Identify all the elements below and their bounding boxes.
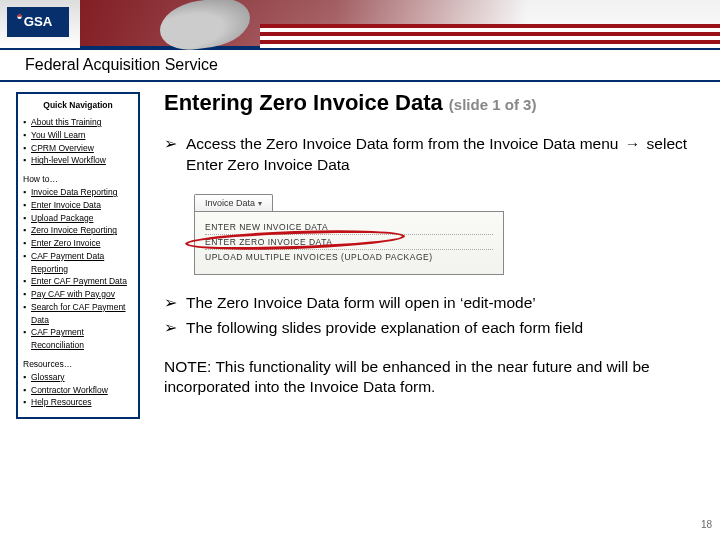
screenshot-tab: Invoice Data▾ (194, 194, 273, 211)
nav-link-contractor[interactable]: Contractor Workflow (31, 384, 108, 397)
right-arrow-icon: → (625, 134, 641, 155)
sidebar-item: ▪Help Resources (23, 396, 133, 409)
gsa-logo-svg: GSA (16, 13, 60, 31)
bullets-top: ➢ Access the Zero Invoice Data form from… (164, 134, 708, 176)
sidebar-item: ▪Contractor Workflow (23, 384, 133, 397)
bullet-arrow-icon: ➢ (164, 318, 186, 339)
sidebar-item: ▪CAF Payment Reconciliation (23, 326, 133, 352)
nav-link-learn[interactable]: You Will Learn (31, 129, 86, 142)
sidebar-item: ▪Enter Invoice Data (23, 199, 133, 212)
menu-screenshot: Invoice Data▾ Enter New Invoice Data Ent… (194, 192, 504, 275)
quick-nav-sidebar: Quick Navigation ▪About this Training ▪Y… (16, 92, 140, 419)
flag-image (80, 0, 720, 48)
nav-link-help[interactable]: Help Resources (31, 396, 91, 409)
banner: GSA (0, 0, 720, 48)
main-content: Entering Zero Invoice Data (slide 1 of 3… (140, 92, 720, 419)
sidebar-item: ▪Zero Invoice Reporting (23, 224, 133, 237)
sidebar-item: ▪You Will Learn (23, 129, 133, 142)
sidebar-top-list: ▪About this Training ▪You Will Learn ▪CP… (23, 116, 133, 167)
bullet-arrow-icon: ➢ (164, 293, 186, 314)
sidebar-item: ▪Pay CAF with Pay.gov (23, 288, 133, 301)
sidebar-howto-list: ▪Invoice Data Reporting ▪Enter Invoice D… (23, 186, 133, 352)
sidebar-title: Quick Navigation (23, 100, 133, 110)
note-text: NOTE: This functionality will be enhance… (164, 357, 708, 397)
bullet-item: ➢ Access the Zero Invoice Data form from… (164, 134, 708, 176)
sidebar-item: ▪Enter CAF Payment Data (23, 275, 133, 288)
slide-title-text: Entering Zero Invoice Data (164, 90, 443, 115)
screenshot-item: Upload Multiple Invoices (Upload Package… (205, 250, 493, 264)
bullet-arrow-icon: ➢ (164, 134, 186, 176)
sidebar-item: ▪High-level Workflow (23, 154, 133, 167)
nav-link-zero-report[interactable]: Zero Invoice Reporting (31, 224, 117, 237)
slide-title: Entering Zero Invoice Data (slide 1 of 3… (164, 90, 708, 116)
nav-link-enter-caf[interactable]: Enter CAF Payment Data (31, 275, 127, 288)
bullet-item: ➢ The following slides provide explanati… (164, 318, 708, 339)
sidebar-item: ▪CPRM Overview (23, 142, 133, 155)
nav-link-search-caf[interactable]: Search for CAF Payment Data (31, 301, 133, 327)
nav-link-paygov[interactable]: Pay CAF with Pay.gov (31, 288, 115, 301)
nav-link-caf-report[interactable]: CAF Payment Data Reporting (31, 250, 133, 276)
bullet-text: The Zero Invoice Data form will open in … (186, 293, 708, 314)
sidebar-item: ▪Enter Zero Invoice (23, 237, 133, 250)
header-bar: Federal Acquisition Service (0, 48, 720, 82)
screenshot-dropdown: Enter New Invoice Data Enter Zero Invoic… (194, 211, 504, 275)
sidebar-item: ▪CAF Payment Data Reporting (23, 250, 133, 276)
sidebar-item: ▪Invoice Data Reporting (23, 186, 133, 199)
screenshot-tab-label: Invoice Data (205, 198, 255, 208)
service-title: Federal Acquisition Service (25, 56, 218, 74)
page-number: 18 (701, 519, 712, 530)
bullets-bottom: ➢ The Zero Invoice Data form will open i… (164, 293, 708, 339)
screenshot-item-highlighted: Enter Zero Invoice Data (205, 235, 493, 250)
nav-link-recon[interactable]: CAF Payment Reconciliation (31, 326, 133, 352)
dropdown-icon: ▾ (258, 199, 262, 208)
bullet-item: ➢ The Zero Invoice Data form will open i… (164, 293, 708, 314)
bullet-text: Access the Zero Invoice Data form from t… (186, 134, 708, 176)
gsa-logo: GSA (7, 7, 69, 37)
sidebar-item: ▪Search for CAF Payment Data (23, 301, 133, 327)
sidebar-item: ▪Glossary (23, 371, 133, 384)
svg-text:GSA: GSA (24, 14, 53, 29)
nav-link-glossary[interactable]: Glossary (31, 371, 65, 384)
bullet-text: The following slides provide explanation… (186, 318, 708, 339)
nav-link-invoice-report[interactable]: Invoice Data Reporting (31, 186, 117, 199)
resources-label: Resources… (23, 359, 133, 369)
slide-subtitle: (slide 1 of 3) (449, 96, 537, 113)
nav-link-overview[interactable]: CPRM Overview (31, 142, 94, 155)
nav-link-enter-zero[interactable]: Enter Zero Invoice (31, 237, 100, 250)
sidebar-item: ▪About this Training (23, 116, 133, 129)
nav-link-enter-invoice[interactable]: Enter Invoice Data (31, 199, 101, 212)
sidebar-item: ▪Upload Package (23, 212, 133, 225)
nav-link-upload[interactable]: Upload Package (31, 212, 93, 225)
nav-link-about[interactable]: About this Training (31, 116, 101, 129)
nav-link-workflow[interactable]: High-level Workflow (31, 154, 106, 167)
sidebar-resources-list: ▪Glossary ▪Contractor Workflow ▪Help Res… (23, 371, 133, 409)
howto-label: How to… (23, 174, 133, 184)
